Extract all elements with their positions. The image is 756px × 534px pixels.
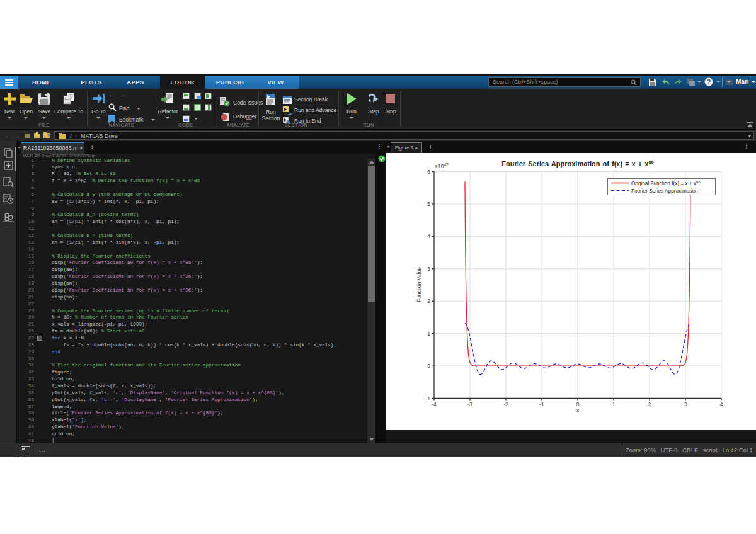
svg-text:-2: -2 <box>503 401 508 407</box>
svg-text:-1: -1 <box>425 395 430 402</box>
svg-text:-4: -4 <box>432 401 437 407</box>
svg-text:6: 6 <box>427 169 430 175</box>
svg-text:Fourier Series Approximation: Fourier Series Approximation <box>631 188 698 194</box>
svg-text:x: x <box>576 407 580 414</box>
svg-text:4: 4 <box>720 401 723 407</box>
svg-text:1: 1 <box>427 331 430 337</box>
svg-text:-1: -1 <box>539 401 544 407</box>
svg-text:Fourier Series Approximation o: Fourier Series Approximation of f(x) = x… <box>501 159 654 168</box>
svg-text:-3: -3 <box>467 401 472 407</box>
svg-text:3: 3 <box>684 401 687 407</box>
svg-text:×1042: ×1042 <box>435 162 449 169</box>
svg-text:2: 2 <box>648 401 651 407</box>
svg-text:2: 2 <box>427 298 430 304</box>
svg-text:Original Function f(x) = x + x: Original Function f(x) = x + x86 <box>631 180 701 186</box>
svg-text:5: 5 <box>427 201 430 207</box>
svg-text:0: 0 <box>427 363 430 369</box>
svg-text:Function Value: Function Value <box>416 267 422 302</box>
svg-text:0: 0 <box>576 401 580 407</box>
svg-text:1: 1 <box>612 401 616 407</box>
svg-text:?: ? <box>707 79 711 86</box>
svg-text:4: 4 <box>427 233 430 239</box>
svg-text:3: 3 <box>427 266 430 272</box>
